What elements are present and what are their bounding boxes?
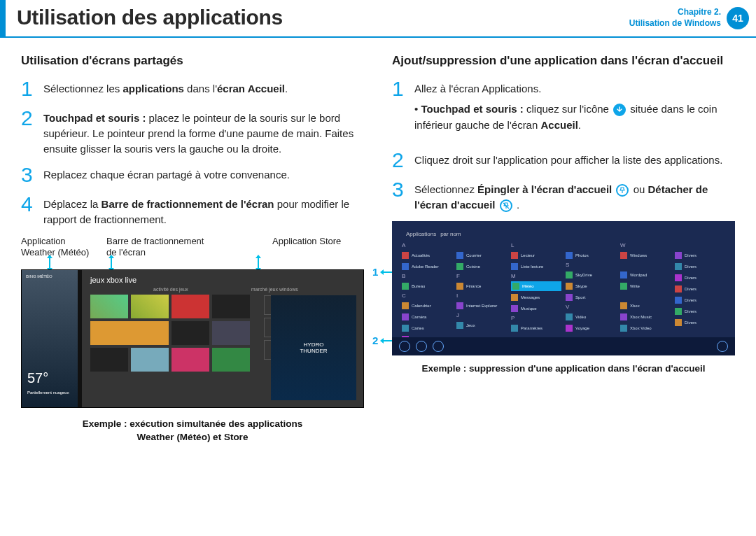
right-step-3: 3 Sélectionnez Épingler à l'écran d'accu… [392,179,735,213]
t: Épingler à l'écran d'accueil [477,183,615,195]
sort-label: par nom [440,231,461,237]
callout-1: 1 [372,266,378,278]
right-caption: Exemple : suppression d'une application … [392,362,735,376]
weather-condition: Partiellement nuageux [27,390,69,395]
split-screen-screenshot: BING MÉTÉO 57° Partiellement nuageux jeu… [21,269,364,408]
pointer-arrow [258,258,259,268]
alpha-col: A Actualités Adobe Reader B Bureau C Cal… [402,242,452,346]
left-caption: Exemple : exécution simultanée des appli… [21,418,364,444]
step-number: 2 [392,150,407,171]
header-accent [0,0,6,36]
step-2-text: Cliquez droit sur l'application pour aff… [414,150,722,171]
t: Touchpad et souris : [421,103,526,115]
header-meta: Chapitre 2. Utilisation de Windows 41 [629,0,756,36]
alpha-col: W Windows Wordpad Write Xbox Xbox Music … [620,242,671,346]
unpin-action-icon [399,341,410,352]
game-tile [172,321,209,345]
step-3-text: Sélectionnez Épingler à l'écran d'accuei… [414,179,735,213]
step-number: 3 [21,164,36,185]
t: Touchpad et souris : [43,112,149,124]
resize-action-icon [433,341,444,352]
alpha-col: Courrier Cuisine F Finance I Internet Ex… [456,242,507,346]
store-sublabels: activité des jeux marché jeux windows [90,287,355,292]
applications-screenshot: Applicationspar nom A Actualités Adobe R… [392,221,735,355]
left-step-2: 2 Touchpad et souris : placez le pointeu… [21,108,364,156]
screenshot-labels: Application Weather (Météo) Barre de fra… [21,236,364,259]
alpha-col: L Lecteur Liste lecture M Météo Messages… [511,242,561,346]
pointer-bar [21,258,364,269]
game-tile [172,348,209,372]
right-section-title: Ajout/suppression d'une application dans… [392,53,735,69]
alpha-col: Photos S SkyDrive Skype Sport V Vidéo Vo… [566,242,616,346]
game-tile [212,321,250,345]
game-tile [172,295,209,318]
step-4-text: Déplacez la Barre de fractionnement de l… [43,194,364,227]
uninstall-action-icon [416,341,427,352]
game-tile [212,295,250,318]
pointer-arrow [49,258,50,268]
pointer-arrow [111,258,112,268]
down-arrow-circle-icon [613,104,626,116]
right-step-1: 1 Allez à l'écran Applications. • Touchp… [392,78,735,141]
t: Accueil [540,119,578,131]
t: . [285,83,288,94]
store-pane: jeux xbox live activité des jeux marché … [82,270,363,407]
t: Déplacez la [43,198,102,210]
caption-line: Weather (Météo) et Store [21,431,364,444]
label-weather: Application Weather (Météo) [21,236,98,259]
step-2-text: Touchpad et souris : placez le pointeur … [43,108,364,156]
t: cliquez sur l'icône [526,103,612,115]
game-tile [90,321,169,345]
step-number: 1 [21,78,36,99]
t: Sélectionnez les [43,83,122,94]
game-tile [212,348,250,372]
step-number: 1 [392,78,407,141]
label-split-bar: Barre de fractionnement de l'écran [106,236,215,259]
right-column: Ajout/suppression d'une application dans… [392,53,735,444]
chapter-line1: Chapitre 2. [629,7,721,18]
left-column: Utilisation d'écrans partagés 1 Sélectio… [21,53,364,444]
callout-2: 2 [372,334,378,346]
store-header: jeux xbox live [90,276,355,284]
weather-brand: BING MÉTÉO [26,274,74,278]
bullet-touchpad: • Touchpad et souris : cliquez sur l'icô… [414,103,718,131]
alpha-col: Divers Divers Divers Divers Divers Diver… [675,242,725,346]
left-step-4: 4 Déplacez la Barre de fractionnement de… [21,194,364,227]
label-store: Application Store [223,236,364,259]
t: dans l' [184,83,217,94]
weather-temp: 57° [27,370,48,386]
chapter-line2: Utilisation de Windows [629,18,721,29]
step-1-block: Allez à l'écran Applications. • Touchpad… [414,78,735,133]
step-1-text: Allez à l'écran Applications. [414,78,735,97]
sub-market: marché jeux windows [251,287,298,292]
left-step-3: 3 Replacez chaque écran partagé à votre … [21,164,364,185]
game-tile [131,348,169,372]
apps-screenshot-wrap: 1 2 Applicationspar nom A Actualités Ado… [392,221,735,355]
page-header: Utilisation des applications Chapitre 2.… [0,0,756,38]
t: ou [634,183,648,195]
step-number: 2 [21,108,36,156]
game-tile [90,295,128,318]
t: Sélectionnez [414,183,477,195]
t: Barre de fractionnement de l'écran [102,198,274,210]
t: applications [122,83,184,94]
left-section-title: Utilisation d'écrans partagés [21,53,364,69]
unpin-icon [500,199,512,212]
pin-icon [616,184,629,197]
step-number: 3 [392,179,407,213]
game-tile [131,295,169,318]
customize-action-icon [717,341,728,352]
sub-activity: activité des jeux [153,287,188,292]
page-number-badge: 41 [727,7,749,29]
left-step-1: 1 Sélectionnez les applications dans l'é… [21,78,364,99]
page-body: Utilisation d'écrans partagés 1 Sélectio… [0,38,756,451]
step-number: 4 [21,194,36,227]
t: écran Accueil [217,83,285,94]
weather-pane: BING MÉTÉO 57° Partiellement nuageux [22,270,78,407]
chapter-label: Chapitre 2. Utilisation de Windows [629,7,721,29]
t: Applications [406,231,436,237]
apps-grid: A Actualités Adobe Reader B Bureau C Cal… [402,242,725,346]
apps-screen-title: Applicationspar nom [402,228,725,238]
page-title: Utilisation des applications [6,0,629,36]
selected-app-row: Météo [511,281,561,291]
